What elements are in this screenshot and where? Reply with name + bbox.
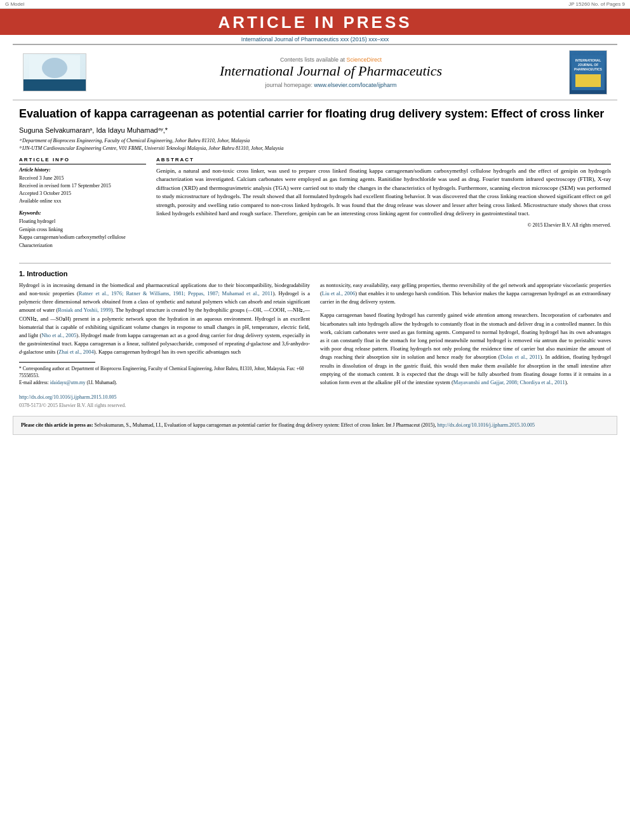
sciencedirect-link[interactable]: ScienceDirect — [347, 57, 382, 63]
journal-homepage: journal homepage: www.elsevier.com/locat… — [99, 82, 563, 88]
citation-text: Selvakumaran, S., Muhamad, I.I., Evaluat… — [95, 422, 438, 428]
article-info-col: ARTICLE INFO Article history: Received 3… — [19, 157, 146, 250]
intro-section-title: 1. Introduction — [19, 270, 611, 277]
content-divider — [19, 263, 611, 263]
elsevier-image: ELSEVIER — [23, 53, 86, 91]
authors-line: Suguna Selvakumaranᵃ, Ida Idayu Muhamadᵃ… — [19, 126, 611, 135]
copyright-footer: 0378-5173/© 2015 Elsevier B.V. All right… — [0, 403, 630, 411]
abstract-header: ABSTRACT — [156, 157, 611, 164]
authors-text: Suguna Selvakumaranᵃ, Ida Idayu Muhamadᵃ… — [19, 126, 168, 134]
article-in-press-banner: ARTICLE IN PRESS — [0, 9, 630, 35]
intro-text-col1: Hydrogel is in increasing demand in the … — [19, 281, 310, 357]
received-revised-date: Received in revised form 17 September 20… — [19, 182, 146, 190]
keyword-3: Kappa carrageenan/sodium carboxymethyl c… — [19, 234, 146, 242]
keywords-label: Keywords: — [19, 210, 146, 216]
available-online: Available online xxx — [19, 197, 146, 205]
journal-citation-link: International Journal of Pharmaceutics x… — [241, 36, 389, 43]
svg-rect-2 — [29, 79, 80, 90]
email-link[interactable]: idaidayu@utm.my — [50, 380, 86, 385]
model-text: G Model — [5, 1, 24, 7]
citation-doi-link[interactable]: http://dx.doi.org/10.1016/j.ijpharm.2015… — [438, 422, 535, 428]
keyword-1: Floating hydrogel — [19, 218, 146, 226]
intro-text-col2: as nontoxicity, easy availability, easy … — [320, 281, 611, 307]
article-info-abstract: ARTICLE INFO Article history: Received 3… — [19, 157, 611, 250]
footnote-corresponding: * Corresponding author at: Department of… — [19, 365, 310, 380]
ref-ratner1976: Ratner et al., 1976; Ratner & Williams, … — [79, 290, 273, 297]
abstract-text: Genipin, a natural and non-toxic cross l… — [156, 167, 611, 218]
ref-mayavanshi: Mayavanshi and Gajjar, 2008; Chordiya et… — [453, 379, 565, 385]
svg-point-1 — [42, 58, 67, 78]
article-info-header: ARTICLE INFO — [19, 157, 146, 164]
article-title: Evaluation of kappa carrageenan as poten… — [19, 107, 611, 121]
intro-text-col2-p2: Kappa carrageenan based floating hydroge… — [320, 311, 611, 387]
main-content: Evaluation of kappa carrageenan as poten… — [0, 100, 630, 257]
accepted-date: Accepted 3 October 2015 — [19, 190, 146, 197]
citation-box: Please cite this article in press as: Se… — [13, 416, 617, 435]
affiliation-b: ᵇ IJN-UTM Cardiovascular Engineering Cen… — [19, 145, 611, 152]
elsevier-logo-area: ELSEVIER — [23, 53, 99, 91]
journal-thumbnail: INTERNATIONAL JOURNAL OF PHARMACEUTICS — [569, 50, 607, 95]
journal-name: International Journal of Pharmaceutics — [99, 63, 563, 79]
footnote-divider — [19, 362, 95, 363]
journal-header: ELSEVIER Contents lists available at Sci… — [13, 44, 617, 100]
journal-citation-bar: International Journal of Pharmaceutics x… — [0, 35, 630, 44]
footnote-email: E-mail address: idaidayu@utm.my (I.I. Mu… — [19, 379, 310, 386]
journal-homepage-link[interactable]: www.elsevier.com/locate/ijpharm — [314, 82, 397, 88]
body-two-col: Hydrogel is in increasing demand in the … — [19, 281, 611, 392]
body-section: 1. Introduction Hydrogel is in increasin… — [0, 270, 630, 392]
jp-text: JP 15260 No. of Pages 9 — [568, 1, 625, 7]
svg-text:ELSEVIER: ELSEVIER — [41, 82, 69, 88]
page: G Model JP 15260 No. of Pages 9 ARTICLE … — [0, 0, 630, 840]
ref-zhai: Zhai et al., 2004 — [58, 349, 93, 355]
keyword-2: Genipin cross linking — [19, 226, 146, 234]
doi-link[interactable]: http://dx.doi.org/10.1016/j.ijpharm.2015… — [19, 394, 116, 400]
abstract-col: ABSTRACT Genipin, a natural and non-toxi… — [156, 157, 611, 250]
ref-liu: Liu et al., 2006 — [322, 290, 356, 297]
ref-rosiak: Rosiak and Yoshii, 1999 — [58, 307, 111, 313]
history-label: Article history: — [19, 167, 146, 173]
body-col-left: Hydrogel is in increasing demand in the … — [19, 281, 310, 392]
elsevier-logo: ELSEVIER — [23, 53, 99, 91]
bottom-links: http://dx.doi.org/10.1016/j.ijpharm.2015… — [0, 392, 630, 403]
journal-thumbnail-area: INTERNATIONAL JOURNAL OF PHARMACEUTICS — [563, 50, 607, 95]
body-col-right: as nontoxicity, easy availability, easy … — [320, 281, 611, 392]
journal-info-center: Contents lists available at ScienceDirec… — [99, 57, 563, 88]
keywords-section: Keywords: Floating hydrogel Genipin cros… — [19, 210, 146, 250]
affiliations: ᵃ Department of Bioprocess Engineering, … — [19, 137, 611, 151]
received-date: Received 3 June 2015 — [19, 175, 146, 182]
journal-thumbnail-text: INTERNATIONAL JOURNAL OF PHARMACEUTICS — [573, 58, 603, 72]
copyright-line: © 2015 Elsevier B.V. All rights reserved… — [156, 222, 611, 228]
ref-nho: Nho et al., 2005 — [41, 332, 76, 338]
ref-dolas: Dolas et al., 2011 — [500, 354, 540, 360]
sciencedirect-text: Contents lists available at ScienceDirec… — [99, 57, 563, 63]
citation-prefix: Please cite this article in press as: — [21, 422, 93, 428]
keyword-4: Characterization — [19, 242, 146, 250]
affiliation-a: ᵃ Department of Bioprocess Engineering, … — [19, 137, 611, 144]
